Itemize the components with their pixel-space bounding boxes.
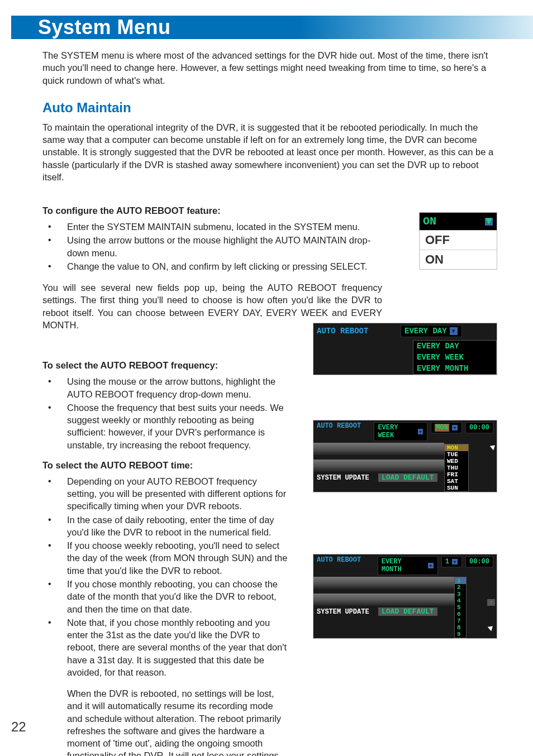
closing-paragraph: When the DVR is rebooted, no settings wi… bbox=[67, 687, 288, 756]
decorative-bar bbox=[313, 460, 444, 472]
onoff-dropdown-screenshot: ON ▼ OFF ON bbox=[419, 212, 497, 270]
list-item: Using the mouse or the arrow buttons, hi… bbox=[42, 375, 288, 400]
month-date-options: 1 2 3 4 5 6 7 8 9 bbox=[454, 577, 467, 638]
chevron-down-icon[interactable]: ▼ bbox=[449, 327, 458, 336]
auto-maintain-paragraph: To maintain the operational integrity of… bbox=[42, 121, 497, 183]
month-time-value[interactable]: 00:00 bbox=[465, 556, 493, 567]
list-item: Depending on your AUTO REBOOT frequency … bbox=[42, 475, 288, 513]
configure-bullet-list: Enter the SYSTEM MAINTAIN submenu, locat… bbox=[42, 221, 378, 272]
day-option[interactable]: FRI bbox=[445, 471, 468, 478]
chevron-down-icon[interactable]: ▼ bbox=[417, 428, 423, 435]
month-row1: AUTO REBOOT EVERY MONTH ▼ 1 ▼ 00:00 bbox=[313, 554, 497, 577]
day-option[interactable]: TUE bbox=[445, 451, 468, 458]
week-day-value: MON bbox=[435, 424, 449, 432]
freq-label: AUTO REBOOT bbox=[317, 327, 401, 336]
freq-selected[interactable]: EVERY DAY ▼ bbox=[401, 325, 462, 337]
cursor-icon bbox=[490, 443, 497, 452]
day-option[interactable]: SAT bbox=[445, 478, 468, 485]
date-option[interactable]: 2 bbox=[455, 584, 466, 591]
list-item: In the case of daily rebooting, enter th… bbox=[42, 514, 288, 539]
onoff-selected-value: ON bbox=[423, 215, 436, 228]
frequency-heading: To select the AUTO REBOOT frequency: bbox=[42, 360, 302, 371]
date-option[interactable]: 4 bbox=[455, 597, 466, 604]
list-item: Choose the frequency that best suits you… bbox=[42, 401, 288, 451]
frequency-dropdown-screenshot: AUTO REBOOT EVERY DAY ▼ EVERY DAY EVERY … bbox=[313, 323, 497, 375]
page-banner: System Menu bbox=[11, 16, 533, 39]
onoff-selected-row[interactable]: ON ▼ bbox=[420, 213, 497, 230]
date-option[interactable]: 8 bbox=[455, 624, 466, 631]
list-item: Using the arrow buttons or the mouse hig… bbox=[42, 234, 378, 259]
page-title: System Menu bbox=[11, 16, 171, 39]
date-option[interactable]: 7 bbox=[455, 618, 466, 624]
chevron-down-icon[interactable]: ▼ bbox=[451, 424, 458, 431]
date-option[interactable]: 6 bbox=[455, 611, 466, 618]
time-heading: To select the AUTO REBOOT time: bbox=[42, 460, 302, 471]
chevron-down-icon[interactable]: ▼ bbox=[484, 217, 493, 226]
onoff-option-off[interactable]: OFF bbox=[420, 230, 497, 250]
freq-options-list: EVERY DAY EVERY WEEK EVERY MONTH bbox=[413, 340, 497, 375]
intro-paragraph: The SYSTEM menu is where most of the adv… bbox=[42, 49, 497, 87]
decorative-bar bbox=[313, 577, 454, 589]
week-day-selected[interactable]: MON ▼ bbox=[431, 422, 462, 433]
list-item: Enter the SYSTEM MAINTAIN submenu, locat… bbox=[42, 221, 378, 233]
page-number: 22 bbox=[11, 719, 26, 735]
week-dropdown-screenshot: AUTO REBOOT EVERY WEEK ▼ MON ▼ 00:00 SYS… bbox=[313, 420, 497, 492]
chevron-down-icon[interactable]: ▼ bbox=[451, 558, 458, 565]
week-row2: SYSTEM UPDATE LOAD DEFAULT bbox=[313, 472, 444, 484]
list-item-text: Note that, if you chose monthly rebootin… bbox=[67, 618, 287, 677]
day-option[interactable]: SUN bbox=[445, 485, 468, 491]
scroll-up-button[interactable]: ↑ bbox=[487, 599, 496, 606]
time-bullet-list: Depending on your AUTO REBOOT frequency … bbox=[42, 475, 288, 756]
cursor-icon bbox=[488, 624, 494, 633]
week-day-options: MON TUE WED THU FRI SAT SUN bbox=[444, 444, 469, 492]
freq-option[interactable]: EVERY MONTH bbox=[413, 363, 496, 374]
week-auto-reboot-label: AUTO REBOOT bbox=[317, 422, 374, 430]
week-freq-selected[interactable]: EVERY WEEK ▼ bbox=[374, 422, 427, 441]
load-default-button[interactable]: LOAD DEFAULT bbox=[378, 473, 437, 482]
list-item: If you chose monthly rebooting, you can … bbox=[42, 578, 288, 615]
date-option[interactable]: 3 bbox=[455, 591, 466, 597]
list-item: Note that, if you chose monthly rebootin… bbox=[42, 616, 288, 756]
freq-selected-value: EVERY DAY bbox=[404, 327, 447, 336]
onoff-option-on[interactable]: ON bbox=[420, 250, 497, 269]
week-system-update-label: SYSTEM UPDATE bbox=[317, 474, 378, 482]
list-item: Change the value to ON, and confirm by l… bbox=[42, 260, 378, 272]
freq-option[interactable]: EVERY DAY bbox=[413, 341, 496, 352]
week-time-value[interactable]: 00:00 bbox=[465, 422, 493, 433]
list-item: If you choose weekly rebooting, you'll n… bbox=[42, 539, 288, 577]
content-area: The SYSTEM menu is where most of the adv… bbox=[42, 49, 497, 756]
week-freq-value: EVERY WEEK bbox=[378, 424, 415, 439]
load-default-button[interactable]: LOAD DEFAULT bbox=[378, 607, 437, 616]
day-option[interactable]: MON bbox=[445, 444, 468, 451]
month-date-value: 1 bbox=[445, 558, 449, 566]
freq-row: AUTO REBOOT EVERY DAY ▼ bbox=[313, 323, 497, 339]
month-freq-selected[interactable]: EVERY MONTH ▼ bbox=[378, 556, 438, 575]
month-system-update-label: SYSTEM UPDATE bbox=[317, 608, 378, 616]
month-freq-value: EVERY MONTH bbox=[382, 558, 425, 573]
month-auto-reboot-label: AUTO REBOOT bbox=[317, 556, 378, 564]
date-option[interactable]: 5 bbox=[455, 604, 466, 611]
month-dropdown-screenshot: AUTO REBOOT EVERY MONTH ▼ 1 ▼ 00:00 SYST… bbox=[313, 554, 497, 639]
freq-option[interactable]: EVERY WEEK bbox=[413, 352, 496, 363]
date-option[interactable]: 1 bbox=[455, 577, 466, 584]
month-date-selected[interactable]: 1 ▼ bbox=[441, 556, 462, 567]
decorative-bar bbox=[313, 443, 444, 455]
day-option[interactable]: THU bbox=[445, 465, 468, 471]
date-option[interactable]: 9 bbox=[455, 631, 466, 638]
chevron-down-icon[interactable]: ▼ bbox=[427, 562, 434, 569]
month-row2: SYSTEM UPDATE LOAD DEFAULT bbox=[313, 606, 454, 618]
week-row1: AUTO REBOOT EVERY WEEK ▼ MON ▼ 00:00 bbox=[313, 420, 497, 443]
section-heading-auto-maintain: Auto Maintain bbox=[42, 100, 497, 116]
decorative-bar bbox=[313, 594, 454, 606]
day-option[interactable]: WED bbox=[445, 458, 468, 465]
frequency-bullet-list: Using the mouse or the arrow buttons, hi… bbox=[42, 375, 288, 451]
